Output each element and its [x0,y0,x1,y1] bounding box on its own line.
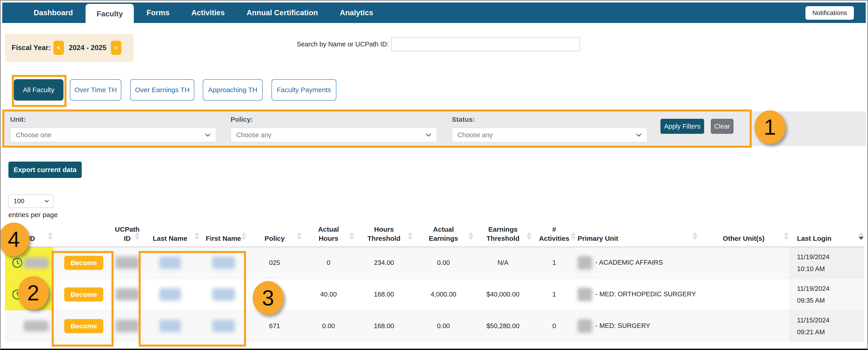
last-login-cell: 11/19/202409:35 AM [789,279,864,310]
fiscal-year-next-button[interactable]: > [111,41,121,55]
sort-icon[interactable] [297,232,302,240]
nav-tab-analytics[interactable]: Analytics [331,2,382,23]
faculty-admin-page: Dashboard Faculty Forms Activities Annua… [0,0,868,350]
redacted-unit-code [578,256,592,270]
table-header-row: UID UCPath ID Last Name First Name Polic… [5,225,864,247]
nav-tab-forms[interactable]: Forms [137,2,179,23]
become-cell: Become [53,279,114,310]
redacted-ucpath-id [115,288,139,300]
status-filter-label: Status: [452,116,475,123]
primary-unit-cell: - MED: SURGERY [576,310,698,342]
filter-tab-faculty-payments[interactable]: Faculty Payments [272,79,336,101]
column-header-actual-earnings[interactable]: Actual Earnings [413,225,474,247]
filter-tab-over-earnings-th[interactable]: Over Earnings TH [130,79,194,101]
history-clock-icon [11,288,24,301]
sort-icon[interactable] [527,232,532,240]
last-login-cell: 11/15/202409:21 AM [789,310,864,342]
primary-unit-cell: - ACADEMIC AFFAIRS [576,247,698,279]
sort-icon[interactable] [194,232,199,240]
last-name-cell [140,247,200,279]
earnings-threshold-cell: $40,000.00 [474,279,532,310]
column-header-ucpath-id[interactable]: UCPath ID [114,225,140,247]
sort-icon[interactable] [692,232,698,240]
become-button[interactable]: Become [64,319,103,333]
first-name-cell [200,310,247,342]
nav-tab-activities[interactable]: Activities [182,2,234,23]
actual-earnings-cell: 0.00 [413,247,474,279]
chevron-down-icon [426,131,431,137]
sort-icon[interactable] [468,232,473,240]
hours-threshold-cell: 168.00 [355,310,413,342]
ucpath-id-cell [114,247,140,279]
chevron-down-icon [636,131,642,137]
column-header-first-name[interactable]: First Name [200,225,247,247]
nav-tab-faculty[interactable]: Faculty [86,4,134,24]
nav-tabs: Dashboard Faculty Forms Activities Annua… [25,2,386,23]
filter-tab-approaching-th[interactable]: Approaching TH [203,79,262,101]
redacted-last-name-link[interactable] [159,320,181,332]
column-header-uid[interactable]: UID [5,225,53,247]
notifications-button[interactable]: Notifications [805,6,854,20]
column-header-activities[interactable]: # Activities [532,225,576,247]
clear-filters-button[interactable]: Clear [711,119,734,134]
column-header-last-login[interactable]: Last Login [789,225,864,247]
nav-tab-annual-certification[interactable]: Annual Certification [238,2,327,23]
redacted-uid [24,321,49,331]
hours-threshold-cell: 168.00 [355,279,413,310]
entries-per-page-select[interactable]: 100 [8,195,54,208]
search-input[interactable] [392,37,580,51]
redacted-uid [24,289,49,300]
column-header-primary-unit[interactable]: Primary Unit [576,225,698,247]
other-units-cell [698,247,789,279]
other-units-cell [698,310,789,342]
filter-tab-all-faculty[interactable]: All Faculty [14,79,63,101]
column-header-become [53,225,114,247]
redacted-last-name-link[interactable] [159,288,181,300]
table-row: Become 025 0 234.00 0.00 N/A 1 - ACADEMI… [5,247,864,279]
filter-tab-over-time-th[interactable]: Over Time TH [70,79,121,101]
actual-hours-cell: 40.00 [302,279,355,310]
last-name-cell [140,279,200,310]
apply-filters-button[interactable]: Apply Filters [660,119,704,134]
become-button[interactable]: Become [64,256,103,270]
uid-cell [5,247,53,279]
entries-per-page-label: entries per page [8,211,58,219]
redacted-first-name-link[interactable] [212,288,235,300]
column-header-hours-threshold[interactable]: Hours Threshold [355,225,413,247]
sort-icon[interactable] [349,232,354,240]
policy-select[interactable]: Choose any [230,128,437,142]
sort-icon[interactable] [135,232,140,240]
redacted-first-name-link[interactable] [212,320,235,332]
sort-icon[interactable] [408,232,413,240]
chevron-down-icon [44,198,49,202]
redacted-ucpath-id [115,320,139,332]
uid-cell [5,310,53,342]
sort-icon[interactable] [571,232,576,240]
redacted-last-name-link[interactable] [159,256,181,269]
actual-hours-cell: 0 [302,247,355,279]
redacted-first-name-link[interactable] [212,256,235,269]
sort-icon[interactable] [859,232,864,240]
policy-cell: 025 [247,247,302,279]
actual-earnings-cell: 4,000.00 [413,279,474,310]
sort-icon[interactable] [242,232,246,240]
fiscal-year-prev-button[interactable]: < [54,41,64,55]
unit-select[interactable]: Choose one [10,128,216,142]
actual-earnings-cell: 0.00 [413,310,474,342]
export-current-data-button[interactable]: Export current data [8,162,82,178]
column-header-policy[interactable]: Policy [247,225,302,247]
policy-cell [247,279,302,310]
sort-icon[interactable] [784,232,789,240]
column-header-last-name[interactable]: Last Name [140,225,200,247]
sort-icon[interactable] [48,232,53,240]
history-clock-icon [11,256,24,269]
ucpath-id-cell [114,279,140,310]
uid-cell [5,279,53,310]
column-header-actual-hours[interactable]: Actual Hours [302,225,355,247]
column-header-other-units[interactable]: Other Unit(s) [698,225,789,247]
become-button[interactable]: Become [64,287,103,301]
nav-tab-dashboard[interactable]: Dashboard [25,2,82,23]
status-select[interactable]: Choose any [452,128,647,142]
table-row: Become 671 0.00 168.00 0.00 $50,280.00 0… [5,310,864,342]
column-header-earnings-threshold[interactable]: Earnings Threshold [474,225,532,247]
